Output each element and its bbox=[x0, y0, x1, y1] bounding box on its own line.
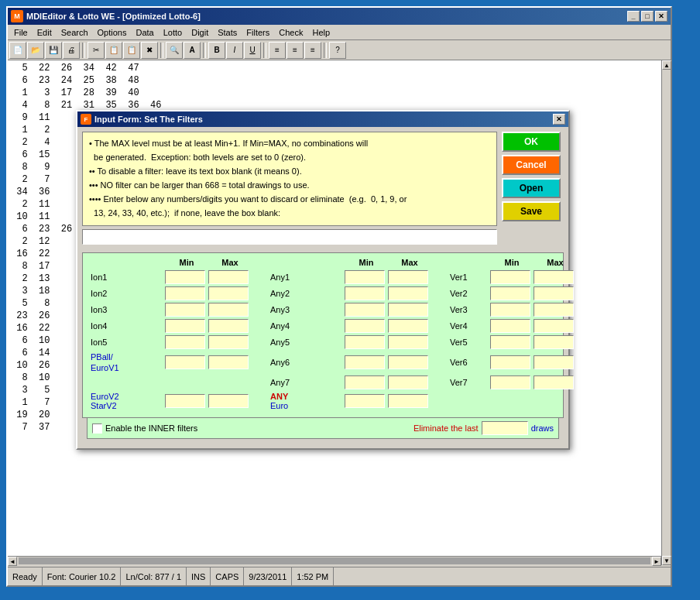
toolbar-help[interactable]: ? bbox=[329, 42, 346, 59]
ver1-min-input[interactable] bbox=[490, 270, 530, 284]
menu-options[interactable]: Options bbox=[93, 26, 132, 39]
toolbar-delete[interactable]: ✖ bbox=[141, 42, 158, 59]
ver2-min-input[interactable] bbox=[490, 286, 530, 300]
open-button[interactable]: Open bbox=[502, 178, 561, 198]
menu-search[interactable]: Search bbox=[57, 26, 93, 39]
ver4-min-input[interactable] bbox=[490, 319, 530, 333]
status-ins: INS bbox=[187, 567, 211, 585]
info-line-3: •• To disable a filter: leave its text b… bbox=[89, 165, 490, 177]
ok-button[interactable]: OK bbox=[502, 132, 561, 152]
ver3-min-input[interactable] bbox=[490, 303, 530, 317]
ver6-label: Ver6 bbox=[447, 358, 490, 367]
dialog-icon: F bbox=[81, 114, 91, 125]
ver5-max-input[interactable] bbox=[534, 335, 574, 349]
info-line-5: •••• Enter below any numbers/digits you … bbox=[89, 193, 490, 205]
toolbar-bold[interactable]: B bbox=[208, 42, 225, 59]
menu-lotto[interactable]: Lotto bbox=[159, 26, 187, 39]
any6-min-input[interactable] bbox=[345, 355, 385, 369]
any2-max-input[interactable] bbox=[388, 286, 428, 300]
ver3-max-input[interactable] bbox=[534, 303, 574, 317]
menu-digit[interactable]: Digit bbox=[187, 26, 213, 39]
ver7-max-input[interactable] bbox=[534, 375, 574, 389]
any4-min-input[interactable] bbox=[345, 319, 385, 333]
any7-min-input[interactable] bbox=[345, 375, 385, 389]
ver1-max-input[interactable] bbox=[534, 270, 574, 284]
toolbar-print[interactable]: 🖨 bbox=[63, 42, 80, 59]
ion4-max-input[interactable] bbox=[208, 319, 249, 333]
scroll-left-btn[interactable]: ◄ bbox=[8, 557, 17, 566]
ion3-min-input[interactable] bbox=[165, 303, 205, 317]
ion1-max-input[interactable] bbox=[208, 270, 249, 284]
ver4-max-input[interactable] bbox=[534, 319, 574, 333]
scroll-down-btn[interactable]: ▼ bbox=[662, 556, 671, 565]
ver6-min-input[interactable] bbox=[490, 355, 530, 369]
restore-button[interactable]: □ bbox=[641, 11, 654, 22]
ion5-label: Ion5 bbox=[88, 338, 165, 347]
toolbar-underline[interactable]: U bbox=[244, 42, 261, 59]
toolbar-font[interactable]: A bbox=[184, 42, 201, 59]
any3-min-input[interactable] bbox=[345, 303, 385, 317]
toolbar-search[interactable]: 🔍 bbox=[166, 42, 183, 59]
toolbar-align-left[interactable]: ≡ bbox=[269, 42, 286, 59]
title-bar-buttons: _ □ ✕ bbox=[627, 11, 667, 22]
any1-max-input[interactable] bbox=[388, 270, 428, 284]
scroll-up-btn[interactable]: ▲ bbox=[662, 60, 671, 70]
pball-max-input[interactable] bbox=[208, 355, 249, 369]
col-ver-min: Min bbox=[490, 258, 534, 267]
any5-max-input[interactable] bbox=[388, 335, 428, 349]
any1-min-input[interactable] bbox=[345, 270, 385, 284]
eliminate-input-top[interactable] bbox=[82, 229, 497, 245]
menu-check[interactable]: Check bbox=[274, 26, 307, 39]
ion4-min-input[interactable] bbox=[165, 319, 205, 333]
close-button[interactable]: ✕ bbox=[655, 11, 667, 22]
any5-min-input[interactable] bbox=[345, 335, 385, 349]
minimize-button[interactable]: _ bbox=[627, 11, 640, 22]
any4-max-input[interactable] bbox=[388, 319, 428, 333]
scroll-right-btn[interactable]: ► bbox=[652, 557, 661, 566]
dialog-close-button[interactable]: ✕ bbox=[553, 114, 565, 125]
toolbar-new[interactable]: 📄 bbox=[9, 42, 26, 59]
scrollbar-horizontal[interactable]: ◄ ► bbox=[8, 556, 661, 565]
ion5-max-input[interactable] bbox=[208, 335, 249, 349]
save-button[interactable]: Save bbox=[502, 201, 561, 221]
toolbar-align-center[interactable]: ≡ bbox=[287, 42, 304, 59]
ver2-label: Ver2 bbox=[447, 289, 490, 298]
ion2-min-input[interactable] bbox=[165, 286, 205, 300]
scrollbar-vertical[interactable]: ▲ ▼ bbox=[661, 60, 671, 565]
ver7-min-input[interactable] bbox=[490, 375, 530, 389]
ion5-min-input[interactable] bbox=[165, 335, 205, 349]
ion3-max-input[interactable] bbox=[208, 303, 249, 317]
eliminate-last-input[interactable] bbox=[482, 421, 528, 435]
enable-inner-checkbox[interactable] bbox=[92, 423, 102, 434]
anyeuro-min-input[interactable] bbox=[345, 394, 385, 408]
ver5-min-input[interactable] bbox=[490, 335, 530, 349]
checkbox-area: Enable the INNER filters bbox=[92, 423, 197, 434]
toolbar-paste[interactable]: 📋 bbox=[123, 42, 140, 59]
pball-min-input[interactable] bbox=[165, 355, 205, 369]
eurov2-min-input[interactable] bbox=[165, 394, 205, 408]
any7-max-input[interactable] bbox=[388, 375, 428, 389]
toolbar-copy[interactable]: 📋 bbox=[105, 42, 122, 59]
ver6-max-input[interactable] bbox=[534, 355, 574, 369]
toolbar-align-right[interactable]: ≡ bbox=[304, 42, 321, 59]
anyeuro-max-input[interactable] bbox=[388, 394, 428, 408]
toolbar-cut[interactable]: ✂ bbox=[88, 42, 105, 59]
menu-stats[interactable]: Stats bbox=[213, 26, 242, 39]
menu-edit[interactable]: Edit bbox=[33, 26, 57, 39]
ion2-max-input[interactable] bbox=[208, 286, 249, 300]
menu-file[interactable]: File bbox=[9, 26, 33, 39]
any6-max-input[interactable] bbox=[388, 355, 428, 369]
eurov2-max-input[interactable] bbox=[208, 394, 249, 408]
eliminate-area: Eliminate the last draws bbox=[413, 421, 554, 435]
menu-help[interactable]: Help bbox=[307, 26, 335, 39]
cancel-button[interactable]: Cancel bbox=[502, 155, 561, 175]
toolbar-open[interactable]: 📂 bbox=[27, 42, 44, 59]
any2-min-input[interactable] bbox=[345, 286, 385, 300]
menu-data[interactable]: Data bbox=[131, 26, 158, 39]
ion1-min-input[interactable] bbox=[165, 270, 205, 284]
ver2-max-input[interactable] bbox=[534, 286, 574, 300]
toolbar-italic[interactable]: I bbox=[226, 42, 243, 59]
menu-filters[interactable]: Filters bbox=[242, 26, 274, 39]
any3-max-input[interactable] bbox=[388, 303, 428, 317]
toolbar-save[interactable]: 💾 bbox=[45, 42, 62, 59]
